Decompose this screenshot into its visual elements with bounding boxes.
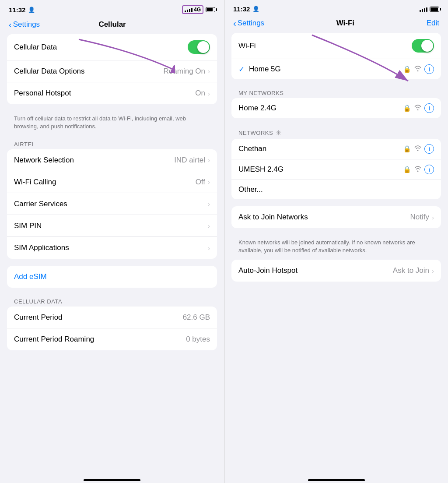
info-icon-home5g[interactable]: i — [424, 64, 434, 74]
sim-apps-right: › — [208, 244, 210, 252]
auto-join-row[interactable]: Auto-Join Hotspot Ask to Join › — [231, 260, 441, 282]
rbar3 — [424, 8, 425, 12]
left-panel: 11:32 👤 4G ‹ Settings Cellular — [0, 0, 224, 483]
right-panel: 11:32 👤 ‹ Settings Wi-Fi Edit — [224, 0, 448, 483]
sim-pin-label: SIM PIN — [14, 222, 42, 230]
networks-header: NETWORKS ✳ — [231, 125, 441, 139]
ask-join-card: Ask to Join Networks Notify › — [231, 206, 441, 228]
network-selection-label: Network Selection — [14, 156, 74, 165]
network-selection-row[interactable]: Network Selection IND airtel › — [7, 149, 217, 171]
chevron-right-icon-5: › — [208, 200, 210, 208]
lock-icon-3: 🔒 — [403, 145, 411, 153]
home5g-left: ✓ Home 5G — [238, 65, 281, 74]
left-time: 11:32 👤 — [9, 6, 35, 14]
wifi-row[interactable]: Wi-Fi — [231, 33, 441, 59]
wifi-label: Wi-Fi — [238, 42, 256, 50]
carrier-services-label: Carrier Services — [14, 200, 67, 208]
right-time-display: 11:32 — [233, 5, 250, 13]
cellular-options-value: Roaming On — [164, 67, 205, 76]
right-content: Wi-Fi ✓ Home 5G 🔒 — [224, 33, 448, 476]
right-back-button[interactable]: ‹ Settings — [233, 19, 264, 28]
umesh24g-row[interactable]: UMESH 2.4G 🔒 i — [231, 159, 441, 180]
ask-join-chevron: › — [432, 214, 434, 221]
back-button[interactable]: ‹ Settings — [9, 20, 40, 29]
roaming-value: 0 bytes — [186, 335, 210, 344]
cellular-stats-card: Current Period 62.6 GB Current Period Ro… — [7, 307, 217, 350]
wifi-calling-value: Off — [196, 178, 205, 187]
airtel-card: Network Selection IND airtel › Wi-Fi Cal… — [7, 149, 217, 259]
bar1 — [185, 11, 186, 12]
right-page-title: Wi-Fi — [336, 19, 354, 28]
add-esim-row[interactable]: Add eSIM — [7, 266, 217, 288]
back-label: Settings — [13, 20, 40, 29]
info-icon-home24g[interactable]: i — [424, 103, 434, 113]
right-home-indicator — [308, 479, 365, 481]
right-person-icon: 👤 — [252, 6, 259, 12]
cellular-options-label: Cellular Data Options — [14, 67, 85, 76]
auto-join-card: Auto-Join Hotspot Ask to Join › — [231, 260, 441, 282]
cellular-options-right: Roaming On › — [164, 67, 210, 76]
wifi-calling-label: Wi-Fi Calling — [14, 178, 56, 187]
rbar1 — [420, 10, 421, 12]
home5g-row[interactable]: ✓ Home 5G 🔒 i — [231, 59, 441, 79]
lock-icon-4: 🔒 — [403, 166, 411, 173]
wifi-toggle-knob — [421, 40, 433, 52]
right-status-right — [420, 7, 439, 12]
hotspot-value: On — [195, 89, 205, 98]
battery-icon — [206, 7, 215, 12]
add-esim-label[interactable]: Add eSIM — [14, 272, 47, 281]
left-status-right: 4G — [182, 5, 215, 14]
current-period-right: 62.6 GB — [183, 313, 210, 322]
checkmark-icon: ✓ — [238, 65, 245, 74]
info-icon-umesh[interactable]: i — [424, 165, 434, 174]
ask-join-row[interactable]: Ask to Join Networks Notify › — [231, 206, 441, 228]
sim-apps-label: SIM Applications — [14, 243, 69, 252]
chevron-right-icon: › — [208, 67, 210, 75]
wifi-icon-3 — [414, 145, 422, 153]
chethan-row[interactable]: Chethan 🔒 i — [231, 139, 441, 159]
auto-join-chevron: › — [432, 267, 434, 275]
networks-card: Chethan 🔒 i UMESH 2.4G 🔒 — [231, 139, 441, 199]
chethan-icons: 🔒 i — [403, 144, 434, 154]
home24g-name: Home 2.4G — [238, 104, 276, 113]
battery-fill — [206, 8, 213, 11]
network-text: 4G — [194, 7, 201, 13]
right-battery-fill — [430, 7, 438, 11]
loading-spinner: ✳ — [276, 129, 282, 137]
cellular-main-card: Cellular Data Cellular Data Options Roam… — [7, 34, 217, 104]
current-period-roaming-row: Current Period Roaming 0 bytes — [7, 328, 217, 350]
wifi-icon-2 — [414, 104, 422, 112]
rbar2 — [422, 9, 423, 12]
bar4 — [191, 8, 192, 12]
cellular-data-label: Cellular Data — [14, 43, 57, 52]
carrier-services-right: › — [208, 200, 210, 208]
carrier-services-row[interactable]: Carrier Services › — [7, 193, 217, 215]
page-title: Cellular — [98, 20, 126, 29]
sim-apps-row[interactable]: SIM Applications › — [7, 237, 217, 259]
auto-join-value: Ask to Join — [393, 266, 429, 275]
cellular-data-header: CELLULAR DATA — [7, 295, 217, 307]
chevron-right-icon-6: › — [208, 222, 210, 229]
wifi-toggle[interactable] — [412, 39, 434, 53]
ask-join-note: Known networks will be joined automatica… — [231, 235, 441, 260]
ask-join-right: Notify › — [410, 213, 434, 222]
wifi-icon-4 — [414, 166, 422, 173]
right-nav-bar: ‹ Settings Wi-Fi Edit — [224, 16, 448, 33]
right-back-label: Settings — [238, 19, 264, 28]
cellular-data-options-row[interactable]: Cellular Data Options Roaming On › — [7, 60, 217, 82]
hotspot-label: Personal Hotspot — [14, 89, 71, 98]
wifi-calling-row[interactable]: Wi-Fi Calling Off › — [7, 171, 217, 193]
info-icon-chethan[interactable]: i — [424, 144, 434, 154]
right-status-bar: 11:32 👤 — [224, 0, 448, 16]
cellular-data-toggle[interactable] — [188, 40, 210, 54]
wifi-signal-icon — [414, 65, 422, 73]
other-row[interactable]: Other... — [231, 180, 441, 199]
home24g-row[interactable]: Home 2.4G 🔒 i — [231, 98, 441, 118]
edit-button[interactable]: Edit — [427, 19, 439, 28]
right-signal-bars — [420, 7, 427, 12]
cellular-data-row[interactable]: Cellular Data — [7, 34, 217, 60]
umesh24g-icons: 🔒 i — [403, 165, 434, 174]
personal-hotspot-row[interactable]: Personal Hotspot On › — [7, 82, 217, 104]
left-content: Cellular Data Cellular Data Options Roam… — [0, 34, 224, 476]
sim-pin-row[interactable]: SIM PIN › — [7, 215, 217, 237]
